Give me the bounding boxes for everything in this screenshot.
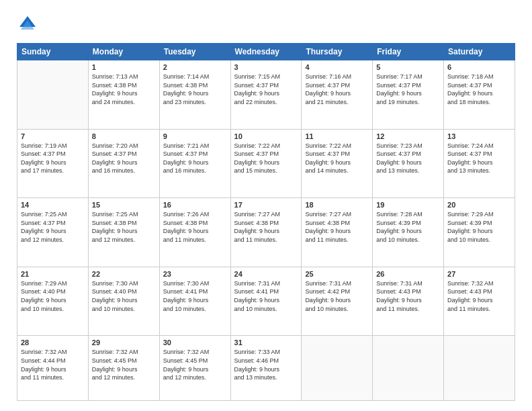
day-number: 20 xyxy=(447,201,511,209)
day-info: Sunrise: 7:26 AMSunset: 4:38 PMDaylight:… xyxy=(163,210,227,244)
day-info: Sunrise: 7:32 AMSunset: 4:44 PMDaylight:… xyxy=(21,348,85,381)
calendar-cell: 13Sunrise: 7:24 AMSunset: 4:37 PMDayligh… xyxy=(444,129,515,198)
day-info: Sunrise: 7:20 AMSunset: 4:37 PMDaylight:… xyxy=(92,142,156,175)
day-info: Sunrise: 7:15 AMSunset: 4:37 PMDaylight:… xyxy=(234,73,298,106)
calendar-header-monday: Monday xyxy=(88,44,159,60)
calendar-cell: 25Sunrise: 7:31 AMSunset: 4:42 PMDayligh… xyxy=(302,267,373,336)
day-info: Sunrise: 7:30 AMSunset: 4:40 PMDaylight:… xyxy=(92,279,156,313)
day-info: Sunrise: 7:25 AMSunset: 4:37 PMDaylight:… xyxy=(21,210,85,244)
calendar-header-row: SundayMondayTuesdayWednesdayThursdayFrid… xyxy=(17,44,515,60)
day-info: Sunrise: 7:14 AMSunset: 4:38 PMDaylight:… xyxy=(163,73,227,106)
calendar-cell: 19Sunrise: 7:28 AMSunset: 4:39 PMDayligh… xyxy=(373,198,444,267)
day-info: Sunrise: 7:32 AMSunset: 4:45 PMDaylight:… xyxy=(92,348,156,381)
calendar-cell: 16Sunrise: 7:26 AMSunset: 4:38 PMDayligh… xyxy=(159,198,230,267)
calendar-cell: 20Sunrise: 7:29 AMSunset: 4:39 PMDayligh… xyxy=(444,198,515,267)
day-number: 27 xyxy=(447,270,511,278)
day-info: Sunrise: 7:23 AMSunset: 4:37 PMDaylight:… xyxy=(376,142,440,175)
calendar-cell: 28Sunrise: 7:32 AMSunset: 4:44 PMDayligh… xyxy=(17,336,89,401)
calendar-cell: 1Sunrise: 7:13 AMSunset: 4:38 PMDaylight… xyxy=(88,60,159,130)
day-info: Sunrise: 7:29 AMSunset: 4:40 PMDaylight:… xyxy=(21,279,85,313)
calendar-header-thursday: Thursday xyxy=(302,44,373,60)
day-number: 9 xyxy=(163,132,227,140)
calendar-cell: 11Sunrise: 7:22 AMSunset: 4:37 PMDayligh… xyxy=(302,129,373,198)
calendar-cell: 30Sunrise: 7:32 AMSunset: 4:45 PMDayligh… xyxy=(159,336,230,401)
calendar-header-friday: Friday xyxy=(373,44,444,60)
day-info: Sunrise: 7:27 AMSunset: 4:38 PMDaylight:… xyxy=(234,210,298,244)
day-number: 14 xyxy=(21,201,85,209)
calendar-cell: 2Sunrise: 7:14 AMSunset: 4:38 PMDaylight… xyxy=(159,60,230,130)
day-info: Sunrise: 7:18 AMSunset: 4:37 PMDaylight:… xyxy=(447,73,511,106)
calendar-cell: 6Sunrise: 7:18 AMSunset: 4:37 PMDaylight… xyxy=(444,60,515,130)
calendar-cell: 5Sunrise: 7:17 AMSunset: 4:37 PMDaylight… xyxy=(373,60,444,130)
day-number: 3 xyxy=(234,63,298,71)
day-number: 19 xyxy=(376,201,440,209)
calendar-cell: 29Sunrise: 7:32 AMSunset: 4:45 PMDayligh… xyxy=(88,336,159,401)
day-number: 15 xyxy=(92,201,156,209)
calendar-cell: 24Sunrise: 7:31 AMSunset: 4:41 PMDayligh… xyxy=(230,267,302,336)
day-number: 18 xyxy=(305,201,369,209)
day-info: Sunrise: 7:31 AMSunset: 4:41 PMDaylight:… xyxy=(234,279,298,313)
calendar-cell: 9Sunrise: 7:21 AMSunset: 4:37 PMDaylight… xyxy=(159,129,230,198)
calendar-cell: 4Sunrise: 7:16 AMSunset: 4:37 PMDaylight… xyxy=(302,60,373,130)
calendar-cell: 23Sunrise: 7:30 AMSunset: 4:41 PMDayligh… xyxy=(159,267,230,336)
day-number: 22 xyxy=(92,270,156,278)
day-number: 1 xyxy=(92,63,156,71)
calendar-cell: 15Sunrise: 7:25 AMSunset: 4:38 PMDayligh… xyxy=(88,198,159,267)
day-info: Sunrise: 7:32 AMSunset: 4:45 PMDaylight:… xyxy=(163,348,227,381)
calendar-week-3: 14Sunrise: 7:25 AMSunset: 4:37 PMDayligh… xyxy=(17,198,515,267)
calendar-cell xyxy=(444,336,515,401)
day-info: Sunrise: 7:30 AMSunset: 4:41 PMDaylight:… xyxy=(163,279,227,313)
calendar-cell: 26Sunrise: 7:31 AMSunset: 4:43 PMDayligh… xyxy=(373,267,444,336)
calendar-cell: 8Sunrise: 7:20 AMSunset: 4:37 PMDaylight… xyxy=(88,129,159,198)
day-info: Sunrise: 7:25 AMSunset: 4:38 PMDaylight:… xyxy=(92,210,156,244)
day-number: 21 xyxy=(21,270,85,278)
day-number: 12 xyxy=(376,132,440,140)
day-info: Sunrise: 7:19 AMSunset: 4:37 PMDaylight:… xyxy=(21,142,85,175)
calendar-week-5: 28Sunrise: 7:32 AMSunset: 4:44 PMDayligh… xyxy=(17,336,515,401)
day-number: 11 xyxy=(305,132,369,140)
logo xyxy=(17,13,41,35)
day-info: Sunrise: 7:31 AMSunset: 4:43 PMDaylight:… xyxy=(376,279,440,313)
day-number: 4 xyxy=(305,63,369,71)
day-number: 29 xyxy=(92,338,156,347)
calendar-week-2: 7Sunrise: 7:19 AMSunset: 4:37 PMDaylight… xyxy=(17,129,515,198)
calendar-header-saturday: Saturday xyxy=(444,44,515,60)
calendar-cell xyxy=(17,60,89,130)
day-number: 25 xyxy=(305,270,369,278)
day-info: Sunrise: 7:24 AMSunset: 4:37 PMDaylight:… xyxy=(447,142,511,175)
calendar-week-4: 21Sunrise: 7:29 AMSunset: 4:40 PMDayligh… xyxy=(17,267,515,336)
day-number: 17 xyxy=(234,201,298,209)
calendar-cell xyxy=(373,336,444,401)
day-info: Sunrise: 7:22 AMSunset: 4:37 PMDaylight:… xyxy=(305,142,369,175)
calendar-cell xyxy=(302,336,373,401)
calendar-header-sunday: Sunday xyxy=(17,44,89,60)
day-info: Sunrise: 7:22 AMSunset: 4:37 PMDaylight:… xyxy=(234,142,298,175)
calendar-cell: 3Sunrise: 7:15 AMSunset: 4:37 PMDaylight… xyxy=(230,60,302,130)
day-number: 24 xyxy=(234,270,298,278)
day-number: 13 xyxy=(447,132,511,140)
calendar-cell: 10Sunrise: 7:22 AMSunset: 4:37 PMDayligh… xyxy=(230,129,302,198)
page: SundayMondayTuesdayWednesdayThursdayFrid… xyxy=(0,0,532,411)
day-info: Sunrise: 7:16 AMSunset: 4:37 PMDaylight:… xyxy=(305,73,369,106)
day-number: 6 xyxy=(447,63,511,71)
day-info: Sunrise: 7:13 AMSunset: 4:38 PMDaylight:… xyxy=(92,73,156,106)
calendar-week-1: 1Sunrise: 7:13 AMSunset: 4:38 PMDaylight… xyxy=(17,60,515,130)
day-number: 28 xyxy=(21,338,85,347)
calendar: SundayMondayTuesdayWednesdayThursdayFrid… xyxy=(17,43,515,401)
day-number: 10 xyxy=(234,132,298,140)
day-info: Sunrise: 7:32 AMSunset: 4:43 PMDaylight:… xyxy=(447,279,511,313)
calendar-cell: 12Sunrise: 7:23 AMSunset: 4:37 PMDayligh… xyxy=(373,129,444,198)
calendar-cell: 22Sunrise: 7:30 AMSunset: 4:40 PMDayligh… xyxy=(88,267,159,336)
day-number: 8 xyxy=(92,132,156,140)
header xyxy=(17,13,515,35)
calendar-cell: 31Sunrise: 7:33 AMSunset: 4:46 PMDayligh… xyxy=(230,336,302,401)
calendar-header-wednesday: Wednesday xyxy=(230,44,302,60)
day-number: 31 xyxy=(234,338,298,347)
calendar-header-tuesday: Tuesday xyxy=(159,44,230,60)
day-number: 26 xyxy=(376,270,440,278)
day-info: Sunrise: 7:17 AMSunset: 4:37 PMDaylight:… xyxy=(376,73,440,106)
logo-icon xyxy=(17,13,38,35)
calendar-cell: 27Sunrise: 7:32 AMSunset: 4:43 PMDayligh… xyxy=(444,267,515,336)
day-info: Sunrise: 7:27 AMSunset: 4:38 PMDaylight:… xyxy=(305,210,369,244)
day-info: Sunrise: 7:21 AMSunset: 4:37 PMDaylight:… xyxy=(163,142,227,175)
